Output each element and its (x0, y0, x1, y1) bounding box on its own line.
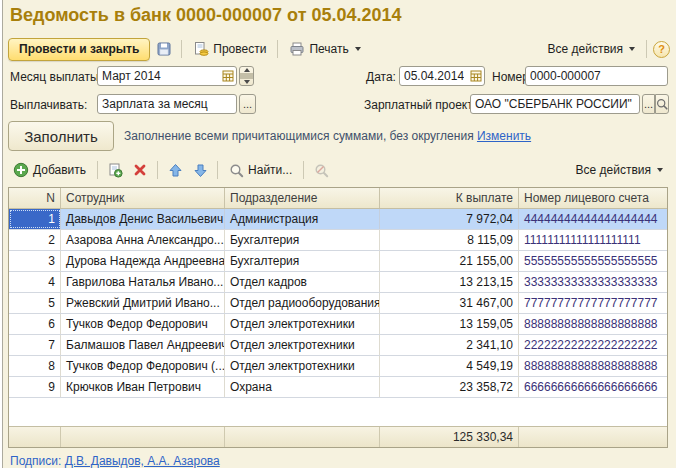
table-row[interactable]: 9Крючков Иван ПетровичОхрана23 358,72666… (9, 377, 667, 398)
column-header-amount[interactable]: К выплате (380, 188, 519, 208)
cell-n[interactable]: 6 (9, 314, 61, 334)
save-button[interactable] (153, 38, 175, 60)
cell-employee[interactable]: Крючков Иван Петрович (61, 377, 225, 397)
all-actions-button[interactable]: Все действия (543, 39, 640, 59)
number-input[interactable] (525, 66, 668, 86)
cell-n[interactable]: 3 (9, 251, 61, 271)
arrow-down-icon (193, 163, 208, 178)
number-input-value[interactable] (526, 69, 667, 83)
post-button-label: Провести (213, 42, 266, 56)
cell-n[interactable]: 4 (9, 272, 61, 292)
cell-n[interactable]: 9 (9, 377, 61, 397)
cell-department[interactable]: Бухгалтерия (225, 251, 380, 271)
post-button[interactable]: Провести (188, 38, 271, 60)
project-ellipsis-button[interactable]: ... (642, 94, 655, 114)
cell-department[interactable]: Отдел радиооборудования (225, 293, 380, 313)
move-down-button[interactable] (189, 159, 211, 181)
signatures-link[interactable]: Д.В. Давыдов, А.А. Азарова (65, 454, 220, 468)
project-input[interactable] (470, 94, 640, 114)
cell-n[interactable]: 5 (9, 293, 61, 313)
pay-input-value[interactable] (98, 97, 236, 111)
pay-ellipsis-button[interactable]: ... (239, 94, 256, 114)
project-search-button[interactable] (655, 94, 669, 114)
cell-employee[interactable]: Дурова Надежда Андреевна (61, 251, 225, 271)
column-header-employee[interactable]: Сотрудник (61, 188, 225, 208)
table-row[interactable]: 1Давыдов Денис ВасильевичАдминистрация7 … (9, 209, 667, 230)
calendar-icon[interactable] (220, 67, 236, 85)
cell-amount[interactable]: 23 358,72 (380, 377, 519, 397)
help-button[interactable]: ? (653, 41, 670, 58)
cell-n[interactable]: 7 (9, 335, 61, 355)
table-row[interactable]: 6Тучков Федор ФедоровичОтдел электротехн… (9, 314, 667, 335)
cell-account[interactable]: 66666666666666666666 (519, 377, 667, 397)
cell-account[interactable]: 55555555555555555555 (519, 251, 667, 271)
footer-cell (519, 427, 667, 447)
table-row[interactable]: 3Дурова Надежда АндреевнаБухгалтерия21 1… (9, 251, 667, 272)
table-row[interactable]: 4Гаврилова Наталья Ивано...Отдел кадров1… (9, 272, 667, 293)
add-row-button[interactable]: Добавить (8, 159, 91, 181)
table-all-actions-button[interactable]: Все действия (571, 160, 668, 180)
cell-employee[interactable]: Ржевский Дмитрий Ивано... (61, 293, 225, 313)
delete-row-button[interactable] (129, 159, 151, 181)
copy-row-button[interactable] (104, 159, 126, 181)
cell-department[interactable]: Охрана (225, 377, 380, 397)
footer-cell (225, 427, 380, 447)
add-icon (13, 162, 29, 178)
cell-n[interactable]: 2 (9, 230, 61, 250)
project-field-label: Зарплатный проект: (364, 98, 476, 112)
table-row[interactable]: 5Ржевский Дмитрий Ивано...Отдел радиообо… (9, 293, 667, 314)
spinner-down-icon[interactable] (240, 79, 253, 85)
toolbar-separator (217, 161, 218, 179)
move-up-button[interactable] (164, 159, 186, 181)
cell-department[interactable]: Отдел кадров (225, 272, 380, 292)
cell-n[interactable]: 8 (9, 356, 61, 376)
print-button[interactable]: Печать (284, 38, 365, 60)
find-button[interactable]: Найти... (224, 160, 297, 181)
cell-employee[interactable]: Давыдов Денис Васильевич (61, 209, 225, 229)
cell-account[interactable]: 33333333333333333333 (519, 272, 667, 292)
change-link[interactable]: Изменить (477, 129, 531, 143)
cell-amount[interactable]: 31 467,00 (380, 293, 519, 313)
cell-amount[interactable]: 8 115,09 (380, 230, 519, 250)
cell-employee[interactable]: Гаврилова Наталья Ивано... (61, 272, 225, 292)
cell-amount[interactable]: 4 549,19 (380, 356, 519, 376)
cell-department[interactable]: Администрация (225, 209, 380, 229)
date-input[interactable] (399, 66, 485, 86)
calendar-icon[interactable] (468, 67, 484, 85)
table-row[interactable]: 7Балмашов Павел АндреевичОтдел электроте… (9, 335, 667, 356)
cell-account[interactable]: 77777777777777777777 (519, 293, 667, 313)
cell-n[interactable]: 1 (9, 209, 61, 229)
cell-amount[interactable]: 2 341,10 (380, 335, 519, 355)
cell-account[interactable]: 88888888888888888888 (519, 356, 667, 376)
cell-account[interactable]: 88888888888888888888 (519, 314, 667, 334)
cell-employee[interactable]: Азарова Анна Александро... (61, 230, 225, 250)
cell-amount[interactable]: 13 159,05 (380, 314, 519, 334)
cell-employee[interactable]: Балмашов Павел Андреевич (61, 335, 225, 355)
cell-department[interactable]: Отдел электротехники (225, 356, 380, 376)
column-header-department[interactable]: Подразделение (225, 188, 380, 208)
project-input-value[interactable] (471, 97, 639, 111)
cell-account[interactable]: 44444444444444444444 (519, 209, 667, 229)
month-spinner[interactable] (239, 66, 254, 86)
cell-account[interactable]: 11111111111111111111 (519, 230, 667, 250)
cell-department[interactable]: Отдел электротехники (225, 314, 380, 334)
date-input-value[interactable] (400, 69, 468, 83)
table-row[interactable]: 8Тучков Федор Федорович (...Отдел электр… (9, 356, 667, 377)
month-input-value[interactable] (98, 69, 220, 83)
cell-amount[interactable]: 13 213,15 (380, 272, 519, 292)
pay-input[interactable] (97, 94, 237, 114)
table-row[interactable]: 2Азарова Анна Александро...Бухгалтерия8 … (9, 230, 667, 251)
cell-account[interactable]: 22222222222222222222 (519, 335, 667, 355)
cell-employee[interactable]: Тучков Федор Федорович (... (61, 356, 225, 376)
cell-amount[interactable]: 7 972,04 (380, 209, 519, 229)
cell-employee[interactable]: Тучков Федор Федорович (61, 314, 225, 334)
cell-department[interactable]: Отдел электротехники (225, 335, 380, 355)
cell-amount[interactable]: 21 155,00 (380, 251, 519, 271)
column-header-account[interactable]: Номер лицевого счета (519, 188, 667, 208)
total-amount: 125 330,34 (380, 427, 519, 447)
post-and-close-button[interactable]: Провести и закрыть (8, 38, 150, 61)
month-input[interactable] (97, 66, 237, 86)
column-header-n[interactable]: N (9, 188, 61, 208)
fill-button[interactable]: Заполнить (8, 121, 114, 151)
cell-department[interactable]: Бухгалтерия (225, 230, 380, 250)
